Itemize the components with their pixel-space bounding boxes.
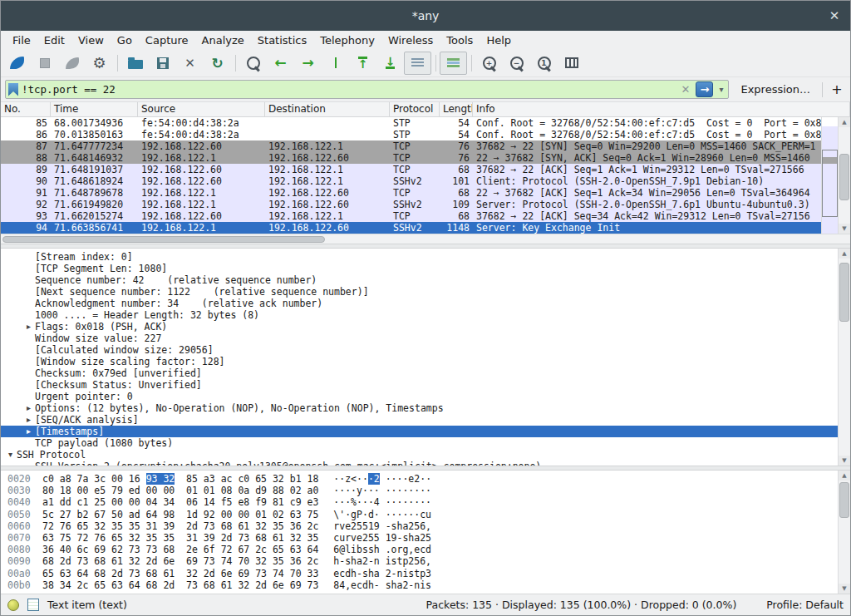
menu-item[interactable]: Capture (139, 33, 195, 47)
hex-row[interactable]: 00b0 38 34 2c 65 63 64 68 2d 73 68 61 32… (7, 579, 850, 591)
detail-line[interactable]: [Calculated window size: 29056] (1, 344, 850, 356)
hex-row[interactable]: 0030 80 18 00 e5 79 ed 00 00 01 01 08 0a… (7, 485, 850, 496)
scrollbar-thumb[interactable] (839, 263, 849, 322)
expand-arrow-icon[interactable] (22, 426, 35, 437)
hex-scrollbar[interactable] (838, 471, 850, 594)
scroll-up-icon[interactable] (839, 471, 850, 480)
add-filter-button[interactable]: + (828, 81, 846, 97)
restart-capture-icon[interactable] (58, 52, 86, 75)
column-header[interactable]: Destination (265, 102, 390, 116)
clear-filter-icon[interactable] (678, 83, 692, 96)
detail-line[interactable]: [TCP Segment Len: 1080] (1, 263, 850, 274)
packet-row[interactable]: 86 70.013850163 fe:54:00:d4:38:2a STP 54… (1, 129, 850, 140)
hex-row[interactable]: 0040 a1 dd c1 25 00 00 04 34 06 14 f5 e8… (7, 496, 850, 508)
packet-row[interactable]: 85 68.001734936 fe:54:00:d4:38:2a STP 54… (1, 117, 850, 129)
intelligent-scrollbar-minimap[interactable] (821, 117, 838, 234)
menu-item[interactable]: Wireless (381, 33, 440, 47)
go-to-packet-icon[interactable] (322, 52, 349, 75)
packet-row[interactable]: 92 71.661949820 192.168.122.1 192.168.12… (1, 199, 850, 210)
display-filter-field[interactable] (5, 80, 729, 99)
menu-item[interactable]: Edit (37, 33, 71, 47)
expression-button[interactable]: Expression… (734, 83, 817, 96)
detail-line[interactable]: Flags: 0x018 (PSH, ACK) (1, 321, 850, 333)
scrollbar-track[interactable] (839, 480, 850, 584)
detail-line[interactable]: 1000 .... = Header Length: 32 bytes (8) (1, 309, 850, 321)
zoom-out-icon[interactable] (503, 52, 530, 75)
packet-row[interactable]: 94 71.663856741 192.168.122.1 192.168.12… (1, 222, 850, 234)
hex-row[interactable]: 0090 68 2d 73 68 61 32 2d 6e 69 73 74 70… (7, 555, 850, 567)
scroll-down-icon[interactable] (839, 584, 850, 594)
detail-line[interactable]: SSH Version 2 (encryption:chacha20-poly1… (1, 461, 850, 466)
hex-row[interactable]: 0080 36 40 6c 69 62 73 73 68 2e 6f 72 67… (7, 544, 850, 555)
menu-item[interactable]: View (71, 33, 111, 47)
column-header[interactable]: Source (138, 102, 265, 116)
column-header[interactable]: Time (51, 102, 138, 116)
hex-row[interactable]: 00a0 65 63 64 68 2d 73 68 61 32 2d 6e 69… (7, 568, 850, 579)
scrollbar-track[interactable] (839, 127, 850, 224)
detail-line[interactable]: [SEQ/ACK analysis] (1, 414, 850, 426)
zoom-original-icon[interactable] (530, 52, 558, 75)
menu-item[interactable]: Go (111, 33, 139, 47)
packet-list-scrollbar[interactable] (838, 117, 850, 234)
hex-row[interactable]: 0070 63 75 72 76 65 32 35 35 31 39 2d 73… (7, 532, 850, 544)
detail-line[interactable]: TCP payload (1080 bytes) (1, 437, 850, 449)
profile-button[interactable]: Profile: Default (766, 599, 844, 611)
detail-line[interactable]: Options: (12 bytes), No-Operation (NOP),… (1, 402, 850, 414)
scroll-up-icon[interactable] (839, 117, 850, 127)
packet-row[interactable]: 93 71.662015274 192.168.122.60 192.168.1… (1, 210, 850, 222)
detail-line[interactable]: Checksum: 0x79ed [unverified] (1, 367, 850, 379)
expand-arrow-icon[interactable] (22, 321, 35, 333)
reload-icon[interactable] (204, 52, 231, 75)
minimap-viewport[interactable] (822, 150, 838, 217)
colorize-icon[interactable] (440, 52, 467, 75)
packet-row[interactable]: 89 71.648191037 192.168.122.60 192.168.1… (1, 164, 850, 175)
save-file-icon[interactable] (149, 52, 176, 75)
detail-line[interactable]: [Stream index: 0] (1, 251, 850, 263)
resize-columns-icon[interactable] (558, 52, 585, 75)
scrollbar-thumb[interactable] (839, 154, 849, 200)
scroll-up-icon[interactable] (839, 249, 850, 259)
expand-arrow-icon[interactable] (4, 449, 17, 461)
hex-row[interactable]: 0050 5c 27 b2 67 50 ad 64 98 1d 92 00 00… (7, 509, 850, 520)
hex-row[interactable]: 0060 72 76 65 32 35 35 31 39 2d 73 68 61… (7, 520, 850, 532)
expand-arrow-icon[interactable] (22, 414, 35, 426)
titlebar[interactable]: *any ✕ (1, 1, 850, 31)
packet-row[interactable]: 91 71.648789678 192.168.122.1 192.168.12… (1, 187, 850, 199)
menu-item[interactable]: Telephony (313, 33, 381, 47)
packet-row[interactable]: 87 71.647777234 192.168.122.60 192.168.1… (1, 140, 850, 152)
scrollbar-thumb[interactable] (839, 482, 849, 517)
capture-options-icon[interactable] (86, 52, 113, 75)
expert-info-icon[interactable] (7, 599, 19, 611)
menu-item[interactable]: Analyze (195, 33, 251, 47)
filter-input[interactable] (22, 81, 675, 98)
go-first-icon[interactable] (349, 52, 376, 75)
menu-item[interactable]: Help (480, 33, 518, 47)
go-back-icon[interactable] (267, 52, 294, 75)
zoom-in-icon[interactable] (475, 52, 503, 75)
menu-item[interactable]: File (6, 33, 37, 47)
detail-line[interactable]: [Timestamps] (1, 426, 850, 437)
capture-comment-icon[interactable] (27, 599, 39, 611)
apply-filter-icon[interactable] (696, 81, 713, 97)
hex-row[interactable]: 0020 c0 a8 7a 3c 00 16 93 32 85 a3 ac c0… (7, 473, 850, 485)
go-last-icon[interactable] (376, 52, 404, 75)
close-button[interactable]: ✕ (822, 1, 847, 31)
detail-line[interactable]: [Next sequence number: 1122 (relative se… (1, 286, 850, 298)
open-file-icon[interactable] (121, 52, 149, 75)
packet-row[interactable]: 90 71.648618924 192.168.122.60 192.168.1… (1, 175, 850, 187)
menu-item[interactable]: Tools (440, 33, 480, 47)
detail-line[interactable]: [Window size scaling factor: 128] (1, 356, 850, 367)
detail-line[interactable]: Sequence number: 42 (relative sequence n… (1, 274, 850, 286)
packet-row[interactable]: 88 71.648146932 192.168.122.1 192.168.12… (1, 152, 850, 164)
filter-dropdown-icon[interactable] (716, 85, 726, 94)
menu-item[interactable]: Statistics (251, 33, 313, 47)
detail-line[interactable]: Acknowledgment number: 34 (relative ack … (1, 298, 850, 309)
detail-line[interactable]: Window size value: 227 (1, 333, 850, 344)
detail-line[interactable]: Urgent pointer: 0 (1, 391, 850, 402)
column-header[interactable]: Length (440, 102, 473, 116)
column-header[interactable]: Protocol (390, 102, 440, 116)
bookmark-icon[interactable] (8, 83, 18, 96)
detail-line[interactable]: [Checksum Status: Unverified] (1, 379, 850, 391)
stop-capture-icon[interactable] (31, 52, 58, 75)
start-capture-icon[interactable] (3, 52, 31, 75)
